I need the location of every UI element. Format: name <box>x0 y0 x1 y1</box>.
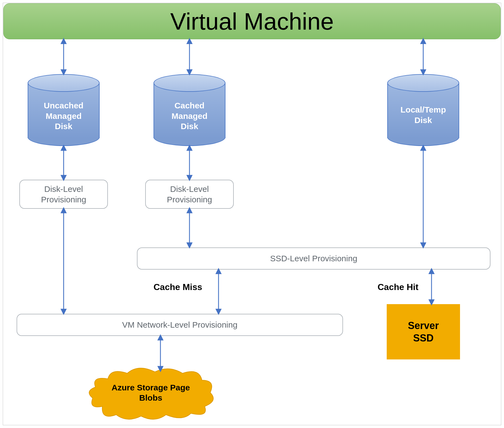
box-vm-network-provisioning-label: VM Network-Level Provisioning <box>122 320 238 330</box>
cylinder-local-label: Local/Temp Disk <box>387 105 459 125</box>
cylinder-cached-label: Cached Managed Disk <box>154 100 225 132</box>
label-cache-miss: Cache Miss <box>154 282 202 292</box>
title-text: Virtual Machine <box>170 8 334 35</box>
box-server-ssd-label: Server SSD <box>408 319 439 344</box>
title-bar: Virtual Machine <box>3 3 501 39</box>
label-cache-hit: Cache Hit <box>378 282 419 292</box>
box-disk-provisioning-1-label: Disk-Level Provisioning <box>41 184 86 205</box>
outer-frame <box>3 3 501 425</box>
cylinder-local-disk: Local/Temp Disk <box>387 74 459 146</box>
box-disk-provisioning-2: Disk-Level Provisioning <box>145 180 234 209</box>
cylinder-uncached-label: Uncached Managed Disk <box>28 100 100 132</box>
cloud-azure-storage: Azure Storage Page Blobs <box>86 365 216 420</box>
box-vm-network-provisioning: VM Network-Level Provisioning <box>17 314 343 336</box>
cylinder-cached-disk: Cached Managed Disk <box>154 74 225 146</box>
box-ssd-provisioning: SSD-Level Provisioning <box>137 247 490 270</box>
cylinder-uncached-disk: Uncached Managed Disk <box>28 74 100 146</box>
box-disk-provisioning-2-label: Disk-Level Provisioning <box>167 184 212 205</box>
box-server-ssd: Server SSD <box>387 304 460 359</box>
box-ssd-provisioning-label: SSD-Level Provisioning <box>270 253 357 264</box>
cloud-label: Azure Storage Page Blobs <box>111 382 190 403</box>
diagram-canvas: Virtual Machine Uncached Managed Disk Ca… <box>0 0 504 428</box>
box-disk-provisioning-1: Disk-Level Provisioning <box>19 180 108 209</box>
